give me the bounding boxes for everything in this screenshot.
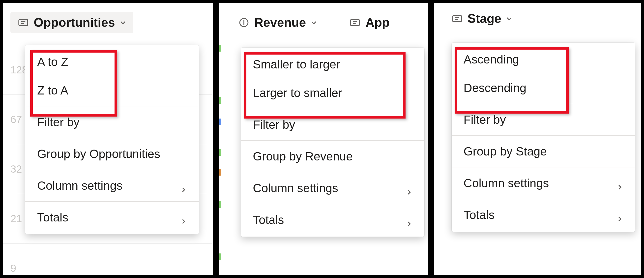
- menu-separator: [241, 140, 424, 140]
- menu-separator: [452, 167, 635, 168]
- menu-item-label: Totals: [37, 210, 68, 224]
- panel-revenue: Revenue App Smaller to larger Larger to …: [216, 0, 431, 278]
- menu-item-label: Filter by: [37, 115, 80, 129]
- text-type-icon: [17, 16, 29, 28]
- menu-item-label: Filter by: [253, 118, 295, 132]
- chevron-down-icon: [120, 19, 126, 26]
- column-header-label: Opportunities: [34, 16, 115, 30]
- column-header-revenue[interactable]: Revenue: [231, 12, 324, 33]
- menu-item-label: Group by Stage: [464, 144, 547, 158]
- menu-separator: [241, 108, 424, 109]
- menu-item-label: Descending: [464, 81, 526, 95]
- sort-asc-item[interactable]: Ascending: [452, 45, 635, 74]
- column-settings-item[interactable]: Column settings: [25, 171, 199, 200]
- menu-item-label: Larger to smaller: [253, 86, 342, 100]
- menu-separator: [25, 170, 199, 170]
- chevron-right-icon: [406, 216, 412, 224]
- sort-desc-item[interactable]: Z to A: [25, 76, 199, 105]
- chevron-right-icon: [180, 214, 187, 221]
- column-menu: Ascending Descending Filter by Group by …: [452, 43, 635, 232]
- column-header-label: Revenue: [254, 16, 306, 30]
- menu-separator: [241, 172, 424, 172]
- text-type-icon: [349, 16, 361, 28]
- svg-rect-2: [351, 20, 360, 26]
- menu-item-label: Column settings: [37, 179, 122, 192]
- row-number: 32: [10, 163, 22, 175]
- menu-separator: [25, 138, 199, 138]
- chevron-right-icon: [406, 185, 412, 192]
- sort-asc-item[interactable]: Smaller to larger: [241, 50, 424, 78]
- menu-item-label: Totals: [464, 208, 494, 222]
- menu-item-label: Smaller to larger: [253, 58, 340, 71]
- number-type-icon: [238, 16, 250, 28]
- menu-item-label: Ascending: [464, 52, 519, 66]
- panel-opportunities: 128 67 32 21 9 Opportunities A to Z Z to…: [0, 0, 216, 278]
- menu-item-label: Group by Revenue: [253, 150, 353, 163]
- menu-item-label: Z to A: [37, 84, 68, 97]
- column-menu: A to Z Z to A Filter by Group by Opportu…: [25, 45, 199, 234]
- menu-separator: [25, 106, 199, 106]
- filter-by-item[interactable]: Filter by: [25, 108, 199, 136]
- text-type-icon: [451, 13, 463, 24]
- row-number: 9: [10, 262, 16, 274]
- chevron-down-icon: [310, 19, 317, 26]
- svg-rect-0: [19, 20, 28, 26]
- column-header-label: Stage: [468, 12, 501, 26]
- menu-separator: [25, 201, 199, 202]
- chevron-right-icon: [616, 212, 623, 218]
- chevron-down-icon: [506, 15, 512, 22]
- chart-ticks: [219, 40, 220, 275]
- totals-item[interactable]: Totals: [25, 203, 199, 232]
- sort-desc-item[interactable]: Larger to smaller: [241, 78, 424, 107]
- totals-item[interactable]: Totals: [241, 206, 424, 234]
- menu-item-label: Column settings: [253, 181, 338, 195]
- menu-item-label: Group by Opportunities: [37, 147, 160, 161]
- filter-by-item[interactable]: Filter by: [241, 110, 424, 139]
- group-by-item[interactable]: Group by Opportunities: [25, 140, 199, 168]
- filter-by-item[interactable]: Filter by: [452, 106, 635, 134]
- chevron-right-icon: [616, 180, 623, 187]
- sort-asc-item[interactable]: A to Z: [25, 48, 199, 76]
- column-header-label: App: [366, 16, 390, 30]
- column-settings-item[interactable]: Column settings: [241, 174, 424, 202]
- menu-separator: [452, 104, 635, 104]
- row-number: 67: [10, 114, 22, 126]
- menu-item-label: A to Z: [37, 55, 68, 69]
- menu-separator: [241, 204, 424, 204]
- column-header-app[interactable]: App: [334, 12, 396, 33]
- group-by-item[interactable]: Group by Revenue: [241, 142, 424, 170]
- menu-item-label: Filter by: [464, 113, 506, 126]
- row-number: 21: [10, 213, 22, 225]
- sort-desc-item[interactable]: Descending: [452, 74, 635, 102]
- menu-item-label: Column settings: [464, 176, 549, 190]
- totals-item[interactable]: Totals: [452, 201, 635, 229]
- chevron-right-icon: [180, 182, 187, 189]
- menu-item-label: Totals: [253, 213, 284, 227]
- svg-rect-3: [453, 16, 462, 22]
- group-by-item[interactable]: Group by Stage: [452, 137, 635, 166]
- panel-stage: Stage Ascending Descending Filter by Gro…: [431, 0, 644, 278]
- column-settings-item[interactable]: Column settings: [452, 169, 635, 198]
- menu-separator: [452, 136, 635, 136]
- column-menu: Smaller to larger Larger to smaller Filt…: [241, 48, 424, 236]
- column-header-opportunities[interactable]: Opportunities: [10, 12, 133, 33]
- menu-separator: [452, 199, 635, 199]
- column-header-stage[interactable]: Stage: [444, 8, 520, 29]
